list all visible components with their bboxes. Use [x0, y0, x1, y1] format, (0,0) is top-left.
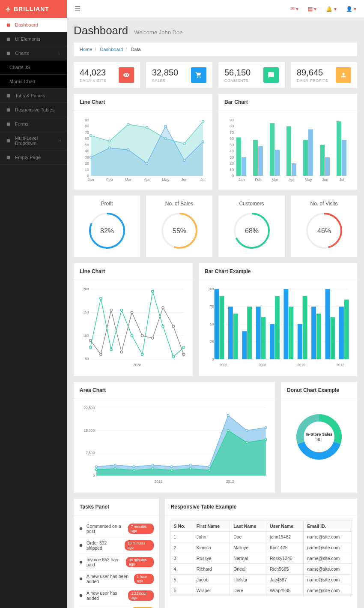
svg-rect-127 — [228, 307, 233, 359]
task-item[interactable]: A new user has added1.23 hour ago — [79, 587, 154, 604]
svg-text:Apr: Apr — [144, 178, 150, 182]
svg-point-162 — [227, 415, 229, 417]
panel-title: Area Chart — [74, 382, 275, 399]
svg-text:20: 20 — [85, 161, 89, 166]
svg-point-173 — [246, 442, 248, 444]
sidebar: DashboardUi ElementsCharts⌄Charts JSMorr… — [0, 18, 67, 608]
svg-point-36 — [164, 125, 167, 127]
welcome-text: Welcome John Doe — [134, 29, 182, 36]
panel-title: Line Chart — [74, 94, 212, 111]
svg-point-28 — [146, 126, 148, 129]
svg-rect-6 — [7, 139, 10, 142]
mail-icon[interactable]: ✉ ▾ — [290, 6, 298, 12]
svg-rect-144 — [344, 300, 349, 359]
sidebar-item-tabs-panels[interactable]: Tabs & Panels — [0, 89, 67, 103]
task-item[interactable]: A new user has been added1 hour ago — [79, 571, 154, 587]
svg-point-160 — [189, 464, 191, 467]
task-item[interactable]: Order 392 shipped16 minutes ago — [79, 537, 154, 554]
svg-point-91 — [89, 346, 91, 348]
svg-point-27 — [127, 123, 129, 126]
svg-text:40: 40 — [230, 149, 234, 153]
panel-title: Tasks Panel — [74, 499, 159, 515]
svg-text:200: 200 — [83, 287, 89, 291]
breadcrumb-dashboard[interactable]: Dashboard — [100, 47, 123, 52]
svg-text:2012: 2012 — [226, 479, 234, 484]
svg-text:2010: 2010 — [298, 363, 306, 367]
svg-point-101 — [89, 339, 91, 341]
svg-point-102 — [100, 353, 102, 355]
sidebar-item-empty-page[interactable]: Empty Page — [0, 150, 67, 165]
gauge-title: No. of Visits — [296, 201, 352, 207]
svg-text:Jun: Jun — [322, 178, 328, 182]
brand-logo[interactable]: BRILLIANT — [0, 0, 67, 18]
svg-rect-3 — [7, 94, 10, 97]
svg-point-32 — [90, 156, 92, 158]
sidebar-item-dashboard[interactable]: Dashboard — [0, 18, 67, 32]
tasks-icon[interactable]: ▤ ▾ — [308, 6, 316, 12]
svg-point-98 — [162, 325, 164, 327]
svg-text:68%: 68% — [245, 227, 258, 235]
svg-text:70: 70 — [85, 130, 89, 135]
svg-rect-60 — [270, 123, 274, 176]
svg-text:15,000: 15,000 — [84, 428, 95, 433]
svg-rect-57 — [242, 157, 246, 176]
sidebar-item-multi-level-dropdown[interactable]: Multi-Level Dropdown‹ — [0, 131, 67, 150]
svg-rect-136 — [289, 307, 293, 359]
bar-chart-2-panel: Bar Chart Example 0255075100200620082010… — [199, 263, 357, 376]
table-header: Email ID. — [304, 521, 352, 532]
svg-rect-131 — [256, 307, 261, 359]
breadcrumb-home[interactable]: Home — [80, 47, 92, 52]
svg-point-34 — [127, 149, 129, 151]
sidebar-item-responsive-tables[interactable]: Responsive Tables — [0, 103, 67, 117]
page-title: Dashboard — [74, 24, 128, 37]
svg-text:82%: 82% — [100, 227, 113, 235]
svg-point-164 — [265, 427, 267, 429]
sidebar-item-forms[interactable]: Forms — [0, 117, 67, 131]
svg-rect-7 — [7, 156, 10, 159]
sidebar-item-morris-chart[interactable]: Morris Chart — [0, 75, 67, 89]
svg-rect-135 — [283, 289, 288, 359]
svg-rect-66 — [320, 145, 325, 176]
stat-value: 32,850 — [152, 68, 178, 78]
svg-point-99 — [172, 355, 174, 358]
stat-label: DAILY PROFITS — [297, 78, 328, 83]
table-header: Last Name — [230, 521, 266, 532]
svg-text:Mar: Mar — [125, 178, 132, 182]
svg-rect-130 — [247, 307, 252, 359]
svg-point-95 — [131, 334, 133, 337]
stat-label: DAILY VISITS — [80, 78, 106, 83]
menu-toggle[interactable]: ☰ — [75, 5, 81, 13]
task-item[interactable]: Saved the worldyesterday — [79, 604, 154, 608]
sidebar-item-ui-elements[interactable]: Ui Elements — [0, 32, 67, 46]
svg-rect-67 — [325, 157, 330, 176]
gauge-no-of-visits: No. of Visits46% — [291, 196, 357, 257]
table-row: 4RichardOriealRich5685name@site.com — [170, 564, 352, 575]
table-row: 5JacobHielsarJac4587name@site.com — [170, 575, 352, 585]
svg-point-177 — [80, 527, 83, 530]
gauge-profit: Profit82% — [74, 196, 140, 257]
svg-rect-4 — [7, 108, 10, 111]
svg-text:50: 50 — [230, 143, 234, 147]
svg-point-33 — [108, 147, 110, 149]
svg-rect-0 — [7, 23, 10, 26]
svg-rect-125 — [215, 289, 219, 359]
svg-text:80: 80 — [230, 124, 234, 128]
sidebar-item-charts-js[interactable]: Charts JS — [0, 60, 67, 75]
breadcrumb: Home/ Dashboard/ Data — [74, 42, 357, 56]
gauge-title: No. of Sales — [151, 201, 207, 207]
sidebar-item-charts[interactable]: Charts⌄ — [0, 46, 67, 60]
notifications-icon[interactable]: 🔔 ▾ — [326, 6, 336, 12]
svg-rect-138 — [303, 296, 307, 359]
task-item[interactable]: Commented on a post7 minutes ago — [79, 521, 154, 537]
task-item[interactable]: Invoice 653 has paid36 minutes ago — [79, 554, 154, 571]
svg-point-105 — [131, 311, 133, 313]
main-content: Dashboard Welcome John Doe Home/ Dashboa… — [67, 18, 364, 608]
gauge-title: Customers — [224, 201, 280, 207]
table-header: User Name — [266, 521, 304, 532]
user-icon[interactable]: 👤 ▾ — [346, 6, 356, 12]
panel-title: Line Chart — [74, 263, 193, 280]
svg-rect-142 — [330, 317, 335, 359]
svg-point-31 — [202, 120, 204, 122]
svg-text:Jun: Jun — [181, 178, 188, 182]
svg-rect-5 — [7, 122, 10, 125]
